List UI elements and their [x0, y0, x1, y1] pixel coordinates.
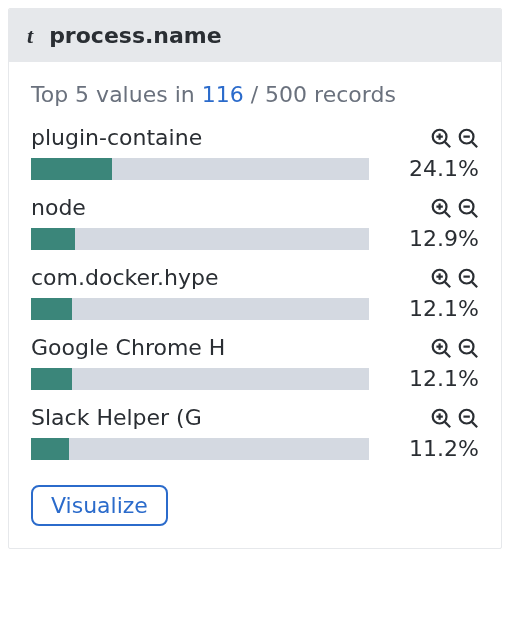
- percent-label: 24.1%: [399, 156, 479, 181]
- bar-fill: [31, 298, 72, 320]
- value-row-bottom: 24.1%: [31, 156, 479, 181]
- zoom-in-icon[interactable]: [430, 197, 452, 219]
- value-label: plugin-containe: [31, 125, 202, 150]
- zoom-out-icon[interactable]: [457, 407, 479, 429]
- panel-header: t process.name: [9, 9, 501, 62]
- svg-line-26: [472, 351, 477, 356]
- bar-fill: [31, 158, 112, 180]
- value-row: Slack Helper (G11.2%: [31, 405, 479, 461]
- zoom-in-icon[interactable]: [430, 337, 452, 359]
- bar-track: [31, 298, 369, 320]
- svg-line-12: [472, 211, 477, 216]
- bar-track: [31, 228, 369, 250]
- value-label: Google Chrome H: [31, 335, 225, 360]
- value-row-top: node: [31, 195, 479, 220]
- svg-line-15: [445, 281, 450, 286]
- bar-track: [31, 438, 369, 460]
- value-row: node12.9%: [31, 195, 479, 251]
- value-actions: [430, 337, 479, 359]
- zoom-in-icon[interactable]: [430, 407, 452, 429]
- value-row: com.docker.hype12.1%: [31, 265, 479, 321]
- bar-fill: [31, 228, 75, 250]
- bar-fill: [31, 438, 69, 460]
- summary-prefix: Top 5 values in: [31, 82, 202, 107]
- zoom-out-icon[interactable]: [457, 337, 479, 359]
- field-stats-panel: t process.name Top 5 values in 116 / 500…: [8, 8, 502, 549]
- value-row-top: Slack Helper (G: [31, 405, 479, 430]
- percent-label: 12.1%: [399, 296, 479, 321]
- value-row-top: com.docker.hype: [31, 265, 479, 290]
- value-row: Google Chrome H12.1%: [31, 335, 479, 391]
- value-actions: [430, 267, 479, 289]
- value-row-top: Google Chrome H: [31, 335, 479, 360]
- svg-line-33: [472, 421, 477, 426]
- summary-line: Top 5 values in 116 / 500 records: [31, 82, 479, 107]
- bar-track: [31, 368, 369, 390]
- zoom-out-icon[interactable]: [457, 197, 479, 219]
- svg-line-5: [472, 141, 477, 146]
- percent-label: 12.1%: [399, 366, 479, 391]
- svg-line-22: [445, 351, 450, 356]
- value-row-bottom: 12.9%: [31, 226, 479, 251]
- svg-line-1: [445, 141, 450, 146]
- value-row-bottom: 12.1%: [31, 296, 479, 321]
- percent-label: 11.2%: [399, 436, 479, 461]
- value-actions: [430, 127, 479, 149]
- percent-label: 12.9%: [399, 226, 479, 251]
- value-actions: [430, 407, 479, 429]
- summary-count-link[interactable]: 116: [202, 82, 244, 107]
- value-label: node: [31, 195, 86, 220]
- field-type-icon: t: [27, 25, 33, 47]
- value-label: Slack Helper (G: [31, 405, 202, 430]
- svg-line-29: [445, 421, 450, 426]
- bar-track: [31, 158, 369, 180]
- zoom-out-icon[interactable]: [457, 127, 479, 149]
- value-row-bottom: 12.1%: [31, 366, 479, 391]
- zoom-in-icon[interactable]: [430, 267, 452, 289]
- field-name-label: process.name: [49, 23, 222, 48]
- value-row: plugin-containe24.1%: [31, 125, 479, 181]
- visualize-button[interactable]: Visualize: [31, 485, 168, 526]
- value-label: com.docker.hype: [31, 265, 218, 290]
- svg-line-8: [445, 211, 450, 216]
- summary-suffix: / 500 records: [244, 82, 396, 107]
- value-actions: [430, 197, 479, 219]
- panel-body: Top 5 values in 116 / 500 records plugin…: [9, 62, 501, 548]
- zoom-out-icon[interactable]: [457, 267, 479, 289]
- zoom-in-icon[interactable]: [430, 127, 452, 149]
- value-row-bottom: 11.2%: [31, 436, 479, 461]
- bar-fill: [31, 368, 72, 390]
- value-row-top: plugin-containe: [31, 125, 479, 150]
- svg-line-19: [472, 281, 477, 286]
